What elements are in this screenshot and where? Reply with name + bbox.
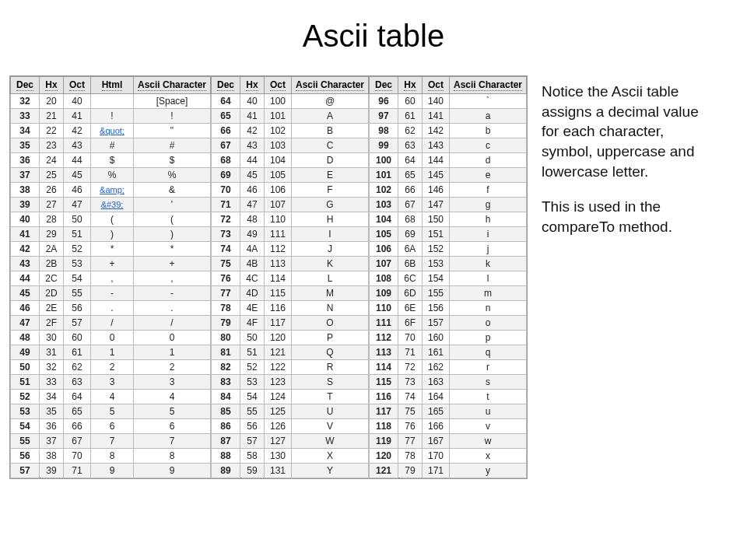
table-row: 49316111 [11,345,211,360]
table-row: 56387088 [11,449,211,464]
cell-char: R [292,360,369,375]
cell-dec: 100 [370,153,398,168]
cell-oct: 166 [423,419,450,434]
cell-char: # [134,138,211,153]
cell-char: I [292,227,369,242]
cell-oct: 111 [265,227,292,242]
table-row: 6440100@ [212,94,369,109]
cell-hx: 42 [240,124,265,138]
cell-char: M [292,286,369,301]
cell-oct: 143 [423,138,450,153]
table-row: 352343## [11,138,211,153]
cell-char: y [450,464,527,478]
cell-dec: 105 [370,227,398,242]
cell-char: A [292,109,369,124]
cell-oct: 130 [265,449,292,464]
table-row: 412951)) [11,227,211,242]
cell-oct: 152 [423,242,450,257]
cell-hx: 24 [40,153,64,168]
cell-dec: 44 [11,271,40,286]
cell-oct: 144 [423,153,450,168]
cell-hx: 63 [398,138,423,153]
table-row: 8050120P [212,331,369,345]
cell-html: $ [91,153,134,168]
th-dec: Dec [11,77,40,94]
cell-dec: 64 [212,94,240,109]
table-row: 432B53++ [11,257,211,271]
cell-hx: 39 [40,464,64,478]
cell-dec: 82 [212,360,240,375]
table-row: 1096D155m [370,286,527,301]
cell-char: - [134,286,211,301]
table-row: 6642102B [212,124,369,138]
cell-char: h [450,212,527,227]
cell-char: . [134,301,211,316]
cell-oct: 154 [423,271,450,286]
cell-char: @ [292,94,369,109]
cell-hx: 28 [40,212,64,227]
cell-dec: 97 [370,109,398,124]
cell-hx: 38 [40,449,64,464]
cell-html: &quot; [91,124,134,138]
cell-char: G [292,198,369,212]
cell-oct: 45 [64,168,91,183]
cell-oct: 122 [265,360,292,375]
html-entity-link[interactable]: &quot; [100,126,124,135]
html-entity-link[interactable]: &amp; [100,185,124,194]
cell-char: 4 [134,390,211,404]
cell-hx: 78 [398,449,423,464]
cell-dec: 115 [370,375,398,390]
cell-dec: 86 [212,419,240,434]
cell-char: ) [134,227,211,242]
cell-char: , [134,271,211,286]
cell-hx: 27 [40,198,64,212]
cell-html: 2 [91,360,134,375]
html-entity-link[interactable]: &#39; [101,200,124,209]
cell-char: T [292,390,369,404]
cell-char: E [292,168,369,183]
table-row: 372545%% [11,168,211,183]
cell-char: r [450,360,527,375]
table-row: 54366666 [11,419,211,434]
table-row: 12078170x [370,449,527,464]
cell-hx: 4F [240,316,265,331]
cell-char: $ [134,153,211,168]
cell-oct: 157 [423,316,450,331]
cell-dec: 55 [11,434,40,449]
cell-dec: 80 [212,331,240,345]
cell-char: K [292,257,369,271]
cell-hx: 2C [40,271,64,286]
cell-oct: 141 [423,109,450,124]
cell-oct: 161 [423,345,450,360]
cell-hx: 49 [240,227,265,242]
cell-hx: 66 [398,183,423,198]
cell-oct: 46 [64,183,91,198]
cell-char: 7 [134,434,211,449]
cell-dec: 101 [370,168,398,183]
cell-oct: 126 [265,419,292,434]
cell-hx: 26 [40,183,64,198]
cell-dec: 117 [370,404,398,419]
cell-char: 5 [134,404,211,419]
cell-dec: 96 [370,94,398,109]
table-row: 51336333 [11,375,211,390]
cell-oct: 105 [265,168,292,183]
cell-dec: 69 [212,168,240,183]
cell-dec: 87 [212,434,240,449]
cell-html: % [91,168,134,183]
cell-hx: 6A [398,242,423,257]
cell-hx: 6C [398,271,423,286]
cell-dec: 77 [212,286,240,301]
cell-dec: 116 [370,390,398,404]
cell-dec: 106 [370,242,398,257]
cell-oct: 55 [64,286,91,301]
cell-hx: 76 [398,419,423,434]
cell-hx: 6B [398,257,423,271]
cell-char: P [292,331,369,345]
cell-hx: 59 [240,464,265,478]
cell-dec: 57 [11,464,40,478]
cell-char: / [134,316,211,331]
cell-dec: 75 [212,257,240,271]
cell-dec: 39 [11,198,40,212]
cell-char: a [450,109,527,124]
